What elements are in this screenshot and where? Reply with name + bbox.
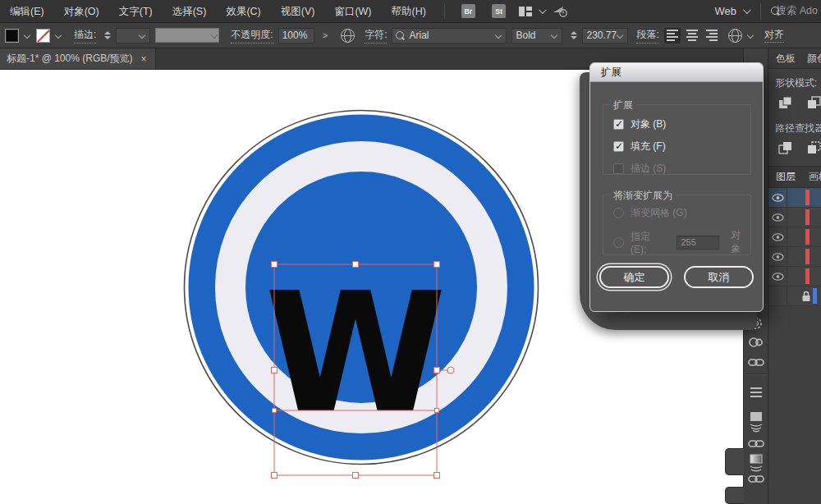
layer-row[interactable] bbox=[768, 267, 821, 286]
eye-icon[interactable] bbox=[772, 194, 784, 202]
checkbox-checked-icon[interactable] bbox=[613, 119, 624, 130]
tab-layers[interactable]: 图层 bbox=[776, 170, 796, 184]
document-title: 标题-1* @ 100% (RGB/预览) bbox=[7, 52, 133, 66]
radio-label: 渐变网格 (G) bbox=[631, 206, 687, 220]
eye-icon[interactable] bbox=[772, 213, 784, 222]
stroke-weight-label[interactable]: 描边: bbox=[74, 28, 96, 44]
selection-handle[interactable] bbox=[434, 262, 440, 268]
chevron-down-icon bbox=[495, 32, 502, 39]
pathfinder-minus-front-icon[interactable] bbox=[807, 96, 821, 109]
chevron-down-icon bbox=[743, 6, 751, 14]
align-right-icon[interactable] bbox=[704, 28, 720, 44]
selection-handle[interactable] bbox=[272, 368, 277, 373]
document-setup-icon[interactable] bbox=[341, 29, 355, 43]
artboard-waves-icon[interactable] bbox=[748, 411, 764, 433]
stroke-weight-input[interactable] bbox=[116, 28, 150, 44]
chevron-down-icon[interactable] bbox=[55, 32, 62, 39]
stock-icon[interactable]: St bbox=[492, 4, 506, 18]
layer-row[interactable] bbox=[768, 188, 821, 208]
glyphs-panel-icon[interactable] bbox=[728, 29, 742, 43]
layer-color-bar bbox=[805, 190, 810, 205]
selection-handle[interactable] bbox=[353, 262, 359, 268]
close-icon[interactable]: × bbox=[141, 53, 147, 65]
opacity-label[interactable]: 不透明度: bbox=[231, 28, 273, 44]
radio-label: 指定 (E): bbox=[631, 230, 668, 255]
chevron-down-icon[interactable] bbox=[747, 32, 754, 39]
radio-icon bbox=[613, 237, 624, 248]
opacity-input[interactable]: 100% bbox=[278, 28, 314, 44]
creative-cloud-icon[interactable] bbox=[748, 337, 764, 348]
dialog-titlebar[interactable]: 扩展 bbox=[590, 63, 763, 82]
ok-button[interactable]: 确定 bbox=[599, 266, 669, 288]
link-icon[interactable] bbox=[748, 474, 764, 483]
selection-handle[interactable] bbox=[272, 473, 277, 479]
chevron-down-icon[interactable] bbox=[539, 6, 547, 14]
menu-item-object[interactable]: 对象(O) bbox=[54, 0, 109, 23]
more-options-button[interactable]: > bbox=[319, 30, 331, 40]
selection-out-port-icon[interactable] bbox=[447, 367, 454, 373]
chevron-down-icon[interactable] bbox=[24, 32, 30, 39]
stroke-weight-stepper[interactable] bbox=[104, 31, 111, 39]
share-icon[interactable] bbox=[553, 5, 569, 18]
menu-lines-icon[interactable] bbox=[750, 387, 762, 397]
menu-item-view[interactable]: 视图(V) bbox=[271, 0, 325, 23]
align-center-icon[interactable] bbox=[684, 28, 700, 44]
brush-definition-select[interactable] bbox=[155, 28, 219, 43]
fill-color-swatch[interactable] bbox=[5, 29, 19, 43]
eye-icon[interactable] bbox=[772, 273, 784, 281]
character-label[interactable]: 字符: bbox=[365, 28, 387, 44]
baseline-anchor[interactable] bbox=[273, 409, 277, 413]
stroke-color-swatch[interactable] bbox=[36, 29, 50, 43]
font-style-select[interactable]: Bold bbox=[511, 28, 562, 44]
bridge-icon[interactable]: Br bbox=[461, 4, 475, 18]
link-icon[interactable] bbox=[748, 358, 764, 367]
menu-item-help[interactable]: 帮助(H) bbox=[382, 0, 436, 23]
align-panel-label[interactable]: 对齐 bbox=[764, 28, 784, 43]
pathfinder-divide-icon[interactable] bbox=[778, 141, 792, 154]
search-input[interactable]: 搜索 Ado bbox=[760, 3, 821, 20]
workspace-select[interactable]: Web bbox=[704, 5, 761, 17]
font-size-stepper[interactable] bbox=[571, 31, 577, 39]
dock-gripper[interactable] bbox=[725, 487, 744, 504]
checkbox-fill[interactable]: 填充 (F) bbox=[603, 135, 750, 158]
selection-handle[interactable] bbox=[434, 473, 440, 479]
menu-item-edit[interactable]: 编辑(E) bbox=[0, 0, 54, 23]
document-tab[interactable]: 标题-1* @ 100% (RGB/预览) × bbox=[0, 48, 156, 69]
tab-swatches[interactable]: 色板 bbox=[776, 52, 796, 66]
workspace-switcher-icon[interactable] bbox=[519, 7, 532, 16]
align-left-icon[interactable] bbox=[664, 28, 681, 44]
menu-item-window[interactable]: 窗口(W) bbox=[324, 0, 381, 23]
eye-icon[interactable] bbox=[772, 233, 784, 241]
lock-icon[interactable] bbox=[801, 291, 811, 302]
expand-options-group: 扩展 对象 (B) 填充 (F) 描边 (S) bbox=[603, 104, 751, 175]
menu-item-effect[interactable]: 效果(C) bbox=[216, 0, 270, 23]
selection-handle[interactable] bbox=[434, 368, 440, 373]
selection-handle[interactable] bbox=[353, 473, 359, 479]
dock-gripper[interactable] bbox=[725, 448, 744, 475]
gradient-waves-icon[interactable] bbox=[748, 454, 764, 474]
font-family-select[interactable]: Arial bbox=[392, 28, 507, 44]
dialog-title: 扩展 bbox=[601, 66, 621, 80]
layer-row[interactable] bbox=[768, 286, 821, 306]
baseline-anchor[interactable] bbox=[435, 409, 439, 413]
tab-artboards[interactable]: 画板 bbox=[809, 170, 821, 184]
layer-row[interactable] bbox=[768, 227, 821, 247]
paragraph-label[interactable]: 段落: bbox=[636, 28, 658, 44]
layer-row[interactable] bbox=[768, 208, 821, 227]
checkbox-label: 描边 (S) bbox=[631, 162, 666, 176]
font-size-select[interactable]: 230.77 bbox=[582, 28, 628, 44]
pathfinder-unite-icon[interactable] bbox=[778, 96, 792, 109]
pathfinder-trim-icon[interactable] bbox=[807, 141, 821, 154]
menu-item-select[interactable]: 选择(S) bbox=[163, 0, 217, 23]
tab-color[interactable]: 颜色 bbox=[807, 52, 821, 66]
link-icon[interactable] bbox=[748, 439, 764, 448]
sign-letter[interactable]: W bbox=[264, 257, 447, 449]
cancel-button[interactable]: 取消 bbox=[684, 266, 754, 288]
checkbox-object[interactable]: 对象 (B) bbox=[603, 113, 750, 135]
selection-handle[interactable] bbox=[272, 262, 277, 268]
checkbox-label: 对象 (B) bbox=[631, 117, 666, 131]
menu-item-type[interactable]: 文字(T) bbox=[109, 0, 163, 23]
eye-icon[interactable] bbox=[772, 253, 784, 261]
layer-row[interactable] bbox=[768, 247, 821, 267]
checkbox-checked-icon[interactable] bbox=[613, 141, 624, 152]
